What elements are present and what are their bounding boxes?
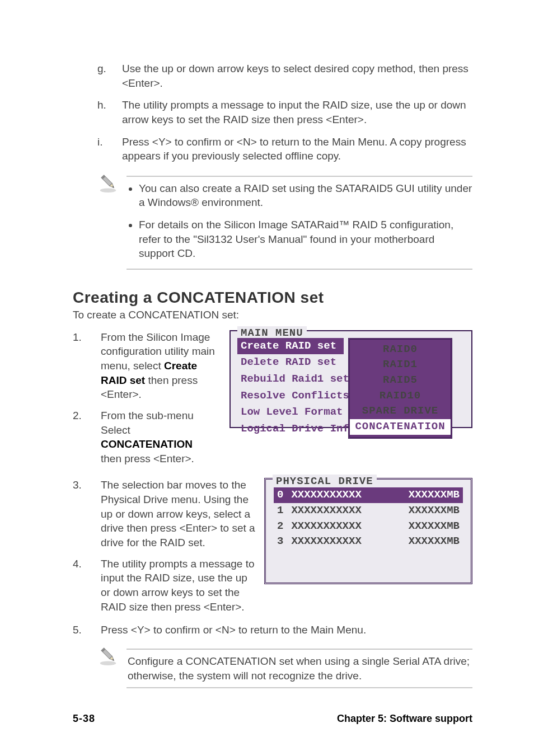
step-5: 5. Press <Y> to confirm or <N> to return… [73,623,472,637]
note1-item: For details on the Silicon Image SATARai… [139,218,472,261]
bios-menu-item: Delete RAID set [237,354,344,371]
drive-row: 3XXXXXXXXXXX XXXXXXMB [274,534,463,550]
bios-physical-drive-panel: PHYSICAL DRIVE 0XXXXXXXXXXX XXXXXXMB 1XX… [264,478,472,584]
note1-list: You can also create a RAID set using the… [127,181,472,261]
bios-menu-list: Create RAID set Delete RAID set Rebuild … [237,338,344,438]
bios-menu-item: Logical Drive Info [237,421,344,438]
lettered-item-h: h. The utility prompts a message to inpu… [73,98,472,126]
bios-popup-item: CONCATENATION [350,419,451,435]
bios-main-menu-panel: MAIN MENU Create RAID set Delete RAID se… [229,330,472,428]
bios-popup-item: RAID5 [350,373,451,388]
drive-row: 1XXXXXXXXXXX XXXXXXMB [274,503,463,519]
step-text: From the Silicon Image configuration uti… [101,330,218,402]
drive-idx: 0 [277,488,283,503]
pencil-note-icon [97,645,119,670]
note-box-1: You can also create a RAID set using the… [97,171,472,274]
page-number: 5-38 [73,713,95,725]
drive-size: XXXXXXMB [409,534,460,549]
step-marker: 4. [73,557,101,614]
drive-row: 0XXXXXXXXXXX XXXXXXMB [274,487,463,503]
drive-name: XXXXXXXXXXX [291,504,361,518]
step-marker: 1. [73,330,101,402]
bios-menu-item: Low Level Format [237,404,344,421]
list-marker: i. [97,135,122,163]
drive-size: XXXXXXMB [409,504,460,518]
list-text: Press <Y> to confirm or <N> to return to… [122,135,472,163]
svg-point-5 [100,661,116,665]
step-text: The utility prompts a message to input t… [101,557,256,614]
panel-legend: PHYSICAL DRIVE [273,475,377,489]
pencil-note-icon [97,172,119,198]
step-2: 2. From the sub-menu Select CONCATENATIO… [73,408,218,466]
bios-raid-type-popup: RAID0 RAID1 RAID5 RAID10 SPARE DRIVE CON… [348,338,452,439]
drive-idx: 1 [277,504,283,518]
step-1: 1. From the Silicon Image configuration … [73,330,218,402]
list-text: The utility prompts a message to input t… [122,98,472,126]
note-box-2: Configure a CONCATENATION set when using… [97,644,472,693]
step-4: 4. The utility prompts a message to inpu… [73,557,256,614]
list-text: Use the up or down arrow keys to select … [122,62,472,90]
chapter-label: Chapter 5: Software support [337,713,472,725]
bios-popup-item: RAID10 [350,388,451,404]
section-title: Creating a CONCATENATION set [73,289,472,307]
bios-menu-item: Create RAID set [237,338,344,355]
section-subtitle: To create a CONCATENATION set: [73,308,472,322]
step-marker: 5. [73,623,101,637]
lettered-item-g: g. Use the up or down arrow keys to sele… [73,62,472,90]
step-marker: 2. [73,408,101,466]
drive-row: 2XXXXXXXXXXX XXXXXXMB [274,519,463,534]
lettered-list: g. Use the up or down arrow keys to sele… [73,62,472,163]
note1-item: You can also create a RAID set using the… [139,181,472,210]
list-marker: g. [97,62,122,90]
strong-text: CONCATENATION [101,438,193,450]
step-3: 3. The selection bar moves to the Physic… [73,478,256,550]
step-text: From the sub-menu Select CONCATENATION t… [101,408,218,466]
drive-name: XXXXXXXXXXX [291,488,361,503]
note2-text: Configure a CONCATENATION set when using… [127,654,472,683]
drive-size: XXXXXXMB [409,519,460,534]
step-marker: 3. [73,478,101,550]
bios-menu-item: Resolve Conflicts [237,388,344,405]
bios-popup-item: RAID0 [350,342,451,358]
drive-size: XXXXXXMB [409,488,460,503]
drive-idx: 2 [277,519,283,534]
drive-name: XXXXXXXXXXX [291,519,361,534]
step-text: The selection bar moves to the Physical … [101,478,256,550]
bios-menu-item: Rebuild Raid1 set [237,371,344,388]
svg-point-0 [100,188,116,192]
drive-name: XXXXXXXXXXX [291,534,361,549]
drive-table: 0XXXXXXXXXXX XXXXXXMB 1XXXXXXXXXXX XXXXX… [274,487,463,550]
page-footer: 5-38 Chapter 5: Software support [73,713,472,725]
bios-popup-item: RAID1 [350,357,451,373]
bios-popup-item: SPARE DRIVE [350,403,451,419]
lettered-item-i: i. Press <Y> to confirm or <N> to return… [73,135,472,163]
list-marker: h. [97,98,122,126]
step-text: Press <Y> to confirm or <N> to return to… [101,623,472,637]
drive-idx: 3 [277,534,283,549]
